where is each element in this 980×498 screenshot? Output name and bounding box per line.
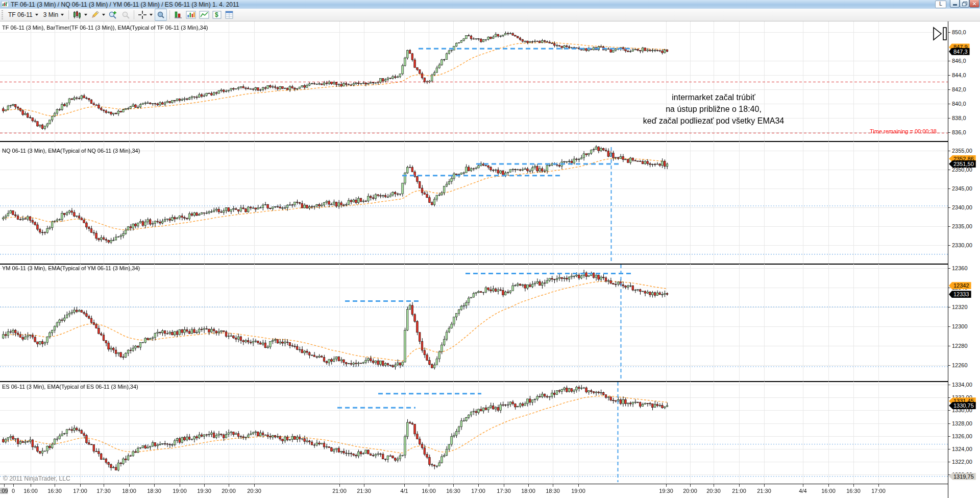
drawing-tools-button[interactable] [89, 9, 106, 20]
time-tick [4, 484, 5, 487]
zoom-in-button[interactable] [107, 9, 119, 20]
toolbar-grip[interactable] [2, 10, 3, 19]
time-tick-label: 20:00 [222, 488, 236, 494]
time-tick [339, 484, 340, 487]
axis-tick-label: 840,0 [952, 101, 966, 107]
time-tick-label: 17:30 [497, 488, 511, 494]
price-tag-black: 2351,50 [949, 160, 976, 168]
time-tick [204, 484, 205, 487]
time-tick [739, 484, 740, 487]
time-tick-label: 16:00 [821, 488, 836, 494]
price-tag-gray: 1319,75 [949, 473, 976, 480]
axis-tick [948, 188, 950, 189]
axis-tick [948, 410, 950, 411]
axis-tick [948, 423, 950, 424]
zoom-out-icon [121, 10, 130, 19]
copyright-text: © 2011 NinjaTrader, LLC [3, 475, 70, 482]
price-axis[interactable]: 850,0846,0844,0842,0840,0838,0836,0847,9… [948, 21, 980, 498]
magnifier-icon [156, 11, 165, 19]
chart-bars-button[interactable] [185, 9, 197, 20]
axis-tick [948, 61, 950, 61]
bar-analysis-button[interactable] [173, 9, 184, 20]
zoom-out-button[interactable] [120, 9, 131, 20]
panel-grid-icon [225, 10, 234, 19]
bar-timer-text: Time remaining = 00:00:38 [870, 128, 937, 134]
axis-tick [948, 32, 950, 33]
time-tick [180, 484, 180, 487]
bar-analysis-icon [174, 10, 183, 19]
axis-tick-label: 12320 [952, 304, 968, 310]
chevron-down-icon [35, 14, 38, 16]
time-tick [553, 484, 553, 487]
time-tick-label: 16:30 [47, 488, 62, 494]
time-tick [129, 484, 130, 487]
line-chart-button[interactable] [198, 9, 210, 20]
time-tick [31, 484, 31, 487]
time-tick [80, 484, 81, 487]
chart-style-button[interactable] [71, 9, 88, 20]
time-tick [803, 484, 803, 487]
time-tick-label: 18:30 [546, 488, 560, 494]
axis-tick-label: 2335,00 [952, 223, 972, 229]
axis-tick [948, 118, 950, 118]
instrument-dropdown[interactable]: TF 06-11 [6, 10, 41, 20]
instrument-label: TF 06-11 [8, 11, 33, 18]
time-tick-label: 20:00 [683, 488, 697, 494]
crosshair-icon [138, 10, 147, 19]
minimize-button[interactable] [950, 0, 960, 8]
axis-tick [948, 268, 950, 269]
crosshair-button[interactable] [137, 9, 154, 20]
candlestick-style-icon [72, 10, 82, 19]
svg-text:$: $ [215, 11, 218, 18]
time-axis[interactable]: :09016:0016:3017:0017:3018:0018:3019:001… [0, 484, 948, 498]
axis-tick-label: 12280 [952, 343, 968, 349]
zoom-in-icon [108, 10, 118, 19]
price-tag-black: 1330,75 [949, 402, 976, 409]
window-title: TF 06-11 (3 Min) / NQ 06-11 (3 Min) / YM… [11, 1, 239, 8]
chart-canvas[interactable] [0, 21, 948, 484]
time-tick-label: 16:00 [23, 488, 38, 494]
interval-dropdown[interactable]: 3 Min [41, 10, 66, 20]
chevron-down-icon [61, 14, 64, 16]
l-button[interactable]: L [935, 1, 946, 8]
axis-tick [948, 436, 950, 437]
time-tick-label: 19:30 [659, 488, 673, 494]
close-button[interactable]: ✕ [969, 0, 979, 8]
interval-label: 3 Min [43, 11, 58, 18]
axis-tick [948, 207, 950, 208]
axis-tick-label: 838,0 [952, 115, 966, 121]
time-tick-label: 21:00 [332, 488, 347, 494]
time-tick [364, 484, 364, 487]
axis-tick-label: 2330,00 [952, 242, 972, 248]
annotation-line: keď začal podliezať pod všetky EMA34 [595, 115, 832, 127]
time-tick [828, 484, 829, 487]
time-tick-label: 17:00 [73, 488, 87, 494]
time-tick [528, 484, 529, 487]
panel-label-tf: TF 06-11 (3 Min), BarTimer(TF 06-11 (3 M… [2, 25, 208, 31]
panel-label-es: ES 06-11 (3 Min), EMA(Typical of ES 06-1… [2, 384, 138, 390]
account-data-button[interactable]: $ [211, 9, 223, 20]
time-tick-label: 19:00 [571, 488, 585, 494]
dollar-icon: $ [212, 10, 222, 19]
chart-text-annotation[interactable]: intermarket začal trúbiť na ústup pribli… [595, 91, 832, 127]
time-tick-label: 17:30 [96, 488, 111, 494]
axis-tick-label: 1328,00 [952, 420, 972, 426]
time-tick-label: 21:30 [357, 488, 371, 494]
axis-tick-label: 842,0 [952, 86, 966, 92]
time-tick [478, 484, 479, 487]
pencil-icon [90, 10, 100, 19]
time-tick [690, 484, 691, 487]
magnifier-button[interactable] [155, 9, 167, 21]
data-panel-button[interactable] [224, 9, 235, 20]
axis-tick [948, 226, 950, 227]
axis-tick [948, 132, 950, 133]
time-tick [254, 484, 255, 487]
axis-tick [948, 449, 950, 449]
axis-tick-label: 12300 [952, 323, 968, 329]
window-titlebar[interactable]: TF 06-11 (3 Min) / NQ 06-11 (3 Min) / YM… [0, 0, 980, 9]
ninjatrader-chart-window: TF 06-11 (3 Min) / NQ 06-11 (3 Min) / YM… [0, 0, 980, 498]
app-chart-icon [2, 0, 9, 9]
restore-button[interactable] [960, 0, 969, 8]
step-forward-icon[interactable] [930, 25, 949, 45]
chevron-down-icon [84, 14, 87, 16]
